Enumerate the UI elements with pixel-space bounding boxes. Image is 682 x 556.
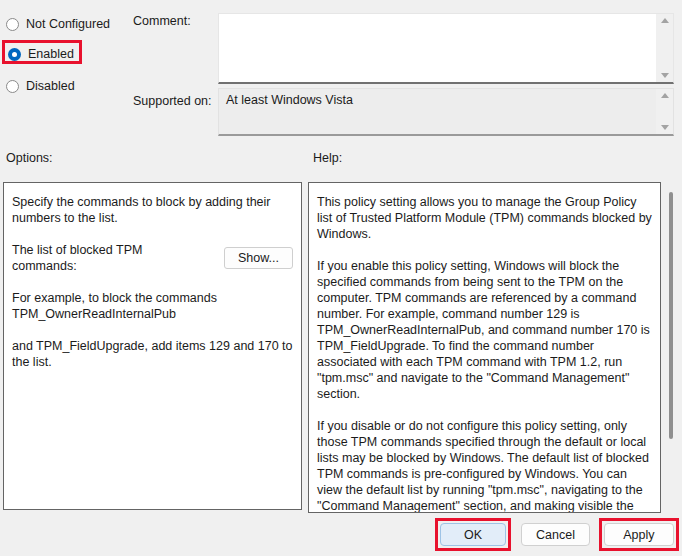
help-scrollbar-thumb[interactable] <box>669 192 673 439</box>
radio-checked-icon <box>8 48 21 61</box>
help-paragraph-3: If you disable or do not configure this … <box>317 418 652 513</box>
supported-on-label: Supported on: <box>133 94 212 108</box>
state-radio-group: Not Configured Enabled Disabled <box>6 14 110 96</box>
options-panel: Specify the commands to block by adding … <box>3 182 302 510</box>
supported-on-scrollbar[interactable] <box>656 89 673 134</box>
radio-not-configured[interactable]: Not Configured <box>6 14 110 34</box>
comment-label: Comment: <box>133 14 191 28</box>
scroll-up-icon[interactable] <box>661 93 669 98</box>
comment-textarea[interactable] <box>218 13 674 84</box>
comment-value <box>219 14 656 82</box>
radio-disabled[interactable]: Disabled <box>6 76 110 96</box>
help-paragraph-1: This policy setting allows you to manage… <box>317 194 652 242</box>
radio-unchecked-icon <box>6 80 19 93</box>
help-section-label: Help: <box>313 151 342 165</box>
scroll-down-icon[interactable] <box>661 73 669 78</box>
radio-disabled-label: Disabled <box>26 79 75 93</box>
options-paragraph-3: and TPM_FieldUpgrade, add items 129 and … <box>12 338 293 370</box>
supported-on-value: At least Windows Vista <box>219 89 656 134</box>
policy-setting-dialog: { "colors": { "background": "#f0f0f0", "… <box>0 0 682 556</box>
apply-button[interactable]: Apply <box>604 523 674 546</box>
help-panel[interactable]: This policy setting allows you to manage… <box>308 182 661 513</box>
ok-button[interactable]: OK <box>440 523 506 546</box>
annotation-box-ok: OK <box>435 518 511 551</box>
blocked-commands-list-label: The list of blocked TPM commands: <box>12 242 210 274</box>
radio-dot <box>12 52 17 57</box>
options-paragraph-1: Specify the commands to block by adding … <box>12 194 293 226</box>
scroll-up-icon[interactable] <box>661 18 669 23</box>
help-paragraph-2: If you enable this policy setting, Windo… <box>317 258 652 402</box>
cancel-button[interactable]: Cancel <box>521 523 590 546</box>
dialog-footer: OK Cancel Apply <box>0 518 682 551</box>
options-paragraph-2: For example, to block the commands TPM_O… <box>12 290 293 322</box>
show-button[interactable]: Show... <box>224 247 293 269</box>
radio-unchecked-icon <box>6 18 19 31</box>
scroll-down-icon[interactable] <box>661 125 669 130</box>
radio-not-configured-label: Not Configured <box>26 17 110 31</box>
radio-enabled-label: Enabled <box>28 47 74 61</box>
comment-scrollbar[interactable] <box>656 14 673 82</box>
supported-on-box: At least Windows Vista <box>218 88 674 136</box>
options-section-label: Options: <box>6 151 53 165</box>
radio-enabled[interactable]: Enabled <box>6 44 110 64</box>
annotation-box-apply: Apply <box>599 518 679 551</box>
